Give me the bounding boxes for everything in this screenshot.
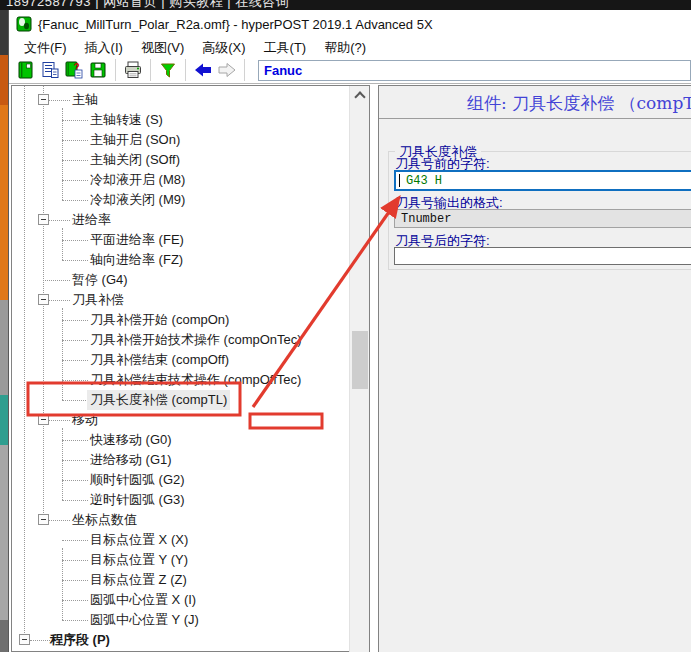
menu-item-0[interactable]: 文件(F) <box>15 39 76 57</box>
tree-item[interactable]: 目标点位置 Z (Z) <box>12 570 347 590</box>
tree-branch-line <box>62 160 88 161</box>
tree-item[interactable]: 冷却液关闭 (M9) <box>12 190 347 210</box>
save-as-icon[interactable]: ? <box>62 58 86 82</box>
tree-item-label: 目标点位置 Y (Y) <box>87 550 191 570</box>
tree-branch-line <box>43 280 70 281</box>
tree-branch-line <box>62 620 88 621</box>
tree-item-label: 轴向进给率 (FZ) <box>87 250 186 270</box>
tree-item[interactable]: 轴向进给率 (FZ) <box>12 250 347 270</box>
new-icon[interactable] <box>14 58 38 82</box>
browser-strip-text: 18972587793 | 网站首页 | 购买教程 | 在线咨询 <box>6 0 289 10</box>
tree-branch-line <box>62 600 88 601</box>
tree-branch-line <box>62 480 88 481</box>
forward-icon[interactable] <box>215 58 239 82</box>
tree-item-label: 进给移动 (G1) <box>87 450 175 470</box>
tree-item-label: 刀具补偿开始 (compOn) <box>87 310 232 330</box>
tree-branch-line <box>49 420 70 421</box>
tree-item[interactable]: 主轴开启 (SOn) <box>12 130 347 150</box>
tree-item[interactable]: 主轴 <box>12 90 347 110</box>
tree-item[interactable]: 程序段 (P) <box>12 630 347 650</box>
tree-item-label: 快速移动 (G0) <box>87 430 175 450</box>
menu-item-5[interactable]: 帮助(?) <box>315 39 375 57</box>
format-field[interactable]: Tnumber <box>394 209 691 228</box>
tree-item[interactable]: 主轴关闭 (SOff) <box>12 150 347 170</box>
expand-toggle-icon[interactable] <box>38 514 49 525</box>
tree-branch-line <box>62 320 88 321</box>
tree-branch-line <box>62 540 88 541</box>
background-sliver <box>0 10 8 652</box>
tree-item[interactable]: 刀具补偿开始技术操作 (compOnTec) <box>12 330 347 350</box>
tree-item[interactable]: 目标点位置 X (X) <box>12 530 347 550</box>
tree-branch-line <box>62 460 88 461</box>
print-icon[interactable] <box>121 58 145 82</box>
tree-item[interactable]: 进给率 <box>12 210 347 230</box>
text-caret <box>399 174 400 187</box>
component-panel: 组件: 刀具长度补偿 （compTL） 刀具长度补偿 刀具号前的字符: G43 … <box>378 85 691 652</box>
tree-branch-line <box>62 140 88 141</box>
tree-item[interactable]: 坐标点数值 <box>12 510 347 530</box>
tree-branch-line <box>62 120 88 121</box>
tree-item-label: 顺时针圆弧 (G2) <box>87 470 188 490</box>
tree-item[interactable]: 刀具补偿 <box>12 290 347 310</box>
tree-item[interactable]: 暂停 (G4) <box>12 270 347 290</box>
tree-item-label: 冷却液关闭 (M9) <box>87 190 188 210</box>
tree-branch-line <box>62 380 88 381</box>
suffix-input[interactable] <box>394 247 691 265</box>
tree-item-label: 进给率 <box>69 210 114 230</box>
expand-toggle-icon[interactable] <box>38 294 49 305</box>
tree-item[interactable]: 移动 <box>12 410 347 430</box>
component-tree: 主轴主轴转速 (S)主轴开启 (SOn)主轴关闭 (SOff)冷却液开启 (M8… <box>11 85 370 652</box>
machine-name-input[interactable]: Fanuc <box>258 60 691 81</box>
expand-toggle-icon[interactable] <box>38 414 49 425</box>
toolbar-separator <box>115 59 116 81</box>
format-value: Tnumber <box>401 212 451 226</box>
tree-scrollbar[interactable] <box>349 86 369 652</box>
app-window: {Fanuc_MillTurn_Polar_R2a.omf} - hyperPO… <box>8 10 691 652</box>
menu-item-1[interactable]: 插入(I) <box>76 39 132 57</box>
expand-toggle-icon[interactable] <box>38 94 49 105</box>
tree-item-label: 程序段 (P) <box>47 630 113 650</box>
open-icon[interactable] <box>38 58 62 82</box>
tree-item[interactable]: 快速移动 (G0) <box>12 430 347 450</box>
tree-item-label: 暂停 (G4) <box>69 270 131 290</box>
menu-item-3[interactable]: 高级(X) <box>193 39 254 57</box>
expand-toggle-icon[interactable] <box>38 214 49 225</box>
tree-item[interactable]: 冷却液开启 (M8) <box>12 170 347 190</box>
filter-icon[interactable] <box>156 58 180 82</box>
tree-item[interactable]: 逆时针圆弧 (G3) <box>12 490 347 510</box>
tree-item[interactable]: 平面进给率 (FE) <box>12 230 347 250</box>
tree-item[interactable]: 进给移动 (G1) <box>12 450 347 470</box>
tree-item[interactable]: 刀具补偿开始 (compOn) <box>12 310 347 330</box>
tree-item-label: 刀具补偿结束 (compOff) <box>87 350 232 370</box>
tree-branch-line <box>62 240 88 241</box>
tree-item-label: 刀具补偿 <box>69 290 127 310</box>
app-icon <box>16 16 32 32</box>
tree-rows: 主轴主轴转速 (S)主轴开启 (SOn)主轴关闭 (SOff)冷却液开启 (M8… <box>12 86 369 651</box>
scrollbar-up-icon[interactable] <box>350 86 370 103</box>
tree-item-label: 刀具补偿结束技术操作 (compOffTec) <box>87 370 304 390</box>
tree-branch-line <box>49 220 70 221</box>
tree-item[interactable]: 刀具补偿结束技术操作 (compOffTec) <box>12 370 347 390</box>
tree-item[interactable]: 刀具长度补偿 (compTL) <box>12 390 347 410</box>
tree-item-label: 移动 <box>69 410 101 430</box>
save-icon[interactable] <box>86 58 110 82</box>
menu-item-2[interactable]: 视图(V) <box>132 39 193 57</box>
toolbar-separator <box>244 59 245 81</box>
tree-item[interactable]: 顺时针圆弧 (G2) <box>12 470 347 490</box>
tree-branch-line <box>62 560 88 561</box>
tree-branch-line <box>49 520 70 521</box>
tree-item-label: 坐标点数值 <box>69 510 140 530</box>
toolbar-separator <box>185 59 186 81</box>
expand-toggle-icon[interactable] <box>19 634 30 645</box>
tree-item[interactable]: 目标点位置 Y (Y) <box>12 550 347 570</box>
tree-item[interactable]: 圆弧中心位置 Y (J) <box>12 610 347 630</box>
tree-item-label: 逆时针圆弧 (G3) <box>87 490 188 510</box>
tree-item[interactable]: 圆弧中心位置 X (I) <box>12 590 347 610</box>
menu-item-4[interactable]: 工具(T) <box>255 39 316 57</box>
tree-item[interactable]: 主轴转速 (S) <box>12 110 347 130</box>
back-icon[interactable] <box>191 58 215 82</box>
scrollbar-thumb[interactable] <box>352 331 368 389</box>
tree-item[interactable]: 刀具补偿结束 (compOff) <box>12 350 347 370</box>
prefix-value: G43 H <box>406 174 442 188</box>
prefix-input[interactable]: G43 H <box>394 170 691 191</box>
